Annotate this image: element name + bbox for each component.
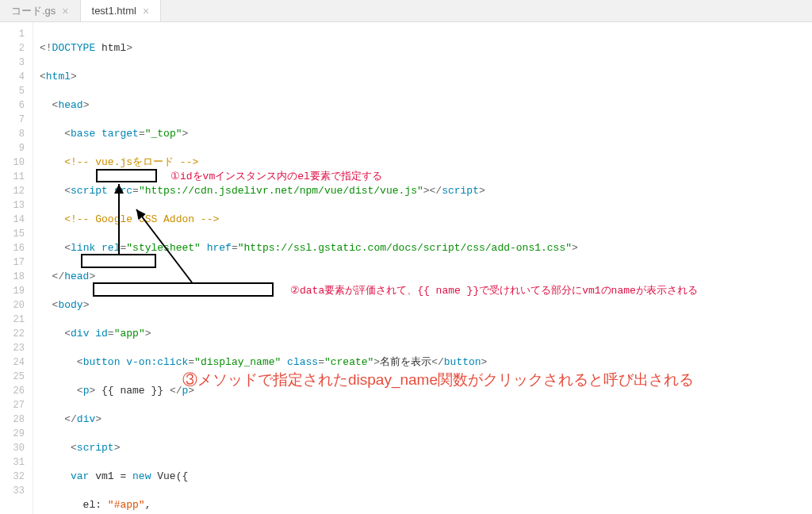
annotation-1: ①idをvmインスタンス内のel要素で指定する	[170, 170, 382, 184]
code-area: 1234567891011121314151617181920212223242…	[0, 22, 812, 514]
line-number: 21	[3, 313, 25, 327]
line-number: 33	[3, 484, 25, 498]
line-number: 5	[3, 84, 25, 98]
line-number: 27	[3, 398, 25, 412]
line-number: 28	[3, 412, 25, 427]
annotation-2: ②data要素が評価されて、{{ name }}で受けれいてる部分にvm1のna…	[290, 284, 698, 298]
line-number: 25	[3, 370, 25, 384]
line-number: 12	[3, 184, 25, 198]
line-number: 11	[3, 170, 25, 184]
editor-window: コード.gs × test1.html × 123456789101112131…	[0, 0, 812, 514]
line-number: 23	[3, 341, 25, 355]
annotation-arrows	[33, 22, 812, 514]
box-name-data	[93, 282, 274, 297]
line-number: 14	[3, 213, 25, 227]
annotation-3: ③メソッドで指定されたdispay_name関数がクリックされると呼び出される	[182, 373, 694, 387]
line-number: 10	[3, 155, 25, 170]
line-number: 24	[3, 355, 25, 370]
line-number: 22	[3, 327, 25, 341]
close-icon[interactable]: ×	[62, 6, 68, 17]
box-id-app	[96, 169, 157, 182]
line-number: 2	[3, 41, 25, 56]
tab-label: コード.gs	[11, 4, 56, 18]
line-number: 13	[3, 198, 25, 213]
line-number: 19	[3, 284, 25, 298]
line-number: 15	[3, 227, 25, 241]
line-number: 8	[3, 127, 25, 141]
line-number: 29	[3, 427, 25, 441]
line-number: 30	[3, 441, 25, 455]
line-number: 7	[3, 113, 25, 127]
line-gutter: 1234567891011121314151617181920212223242…	[0, 22, 33, 514]
line-number: 6	[3, 98, 25, 113]
tab-bar: コード.gs × test1.html ×	[0, 0, 812, 22]
close-icon[interactable]: ×	[143, 6, 149, 17]
line-number: 31	[3, 455, 25, 470]
line-number: 32	[3, 470, 25, 484]
line-number: 9	[3, 141, 25, 155]
code-content[interactable]: <!DOCTYPE html> <html> <head> <base targ…	[33, 22, 812, 514]
line-number: 3	[3, 56, 25, 70]
line-number: 1	[3, 27, 25, 41]
tab-label: test1.html	[92, 5, 136, 17]
line-number: 26	[3, 384, 25, 398]
line-number: 18	[3, 270, 25, 284]
tab-test1-html[interactable]: test1.html ×	[81, 0, 162, 21]
line-number: 20	[3, 298, 25, 313]
box-el-app	[81, 254, 156, 268]
tab-code-gs[interactable]: コード.gs ×	[0, 0, 81, 21]
line-number: 4	[3, 70, 25, 84]
line-number: 16	[3, 241, 25, 255]
line-number: 17	[3, 255, 25, 270]
